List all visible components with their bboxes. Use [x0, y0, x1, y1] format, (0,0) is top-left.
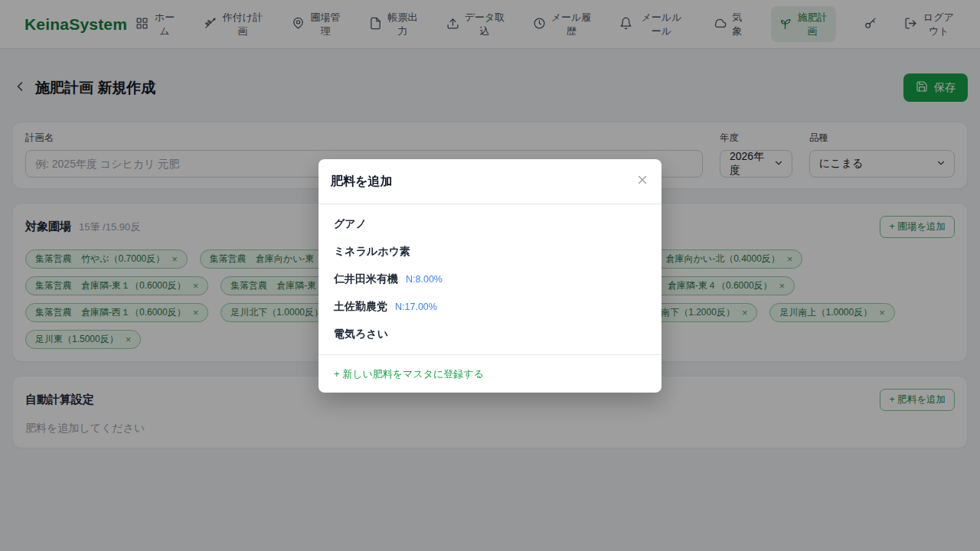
modal-title: 肥料を追加 [331, 174, 392, 190]
fertilizer-item[interactable]: グアノ [318, 210, 662, 238]
close-button[interactable] [635, 173, 649, 190]
fertilizer-name: 土佐勤農党 [334, 300, 387, 314]
register-new-fertilizer-link[interactable]: + 新しい肥料をマスタに登録する [334, 368, 484, 380]
fertilizer-list: グアノ ミネラルホウ素 仁井田米有機 N:8.00% 土佐勤農党 N:17.00… [318, 204, 662, 354]
fertilizer-name: 仁井田米有機 [334, 272, 398, 286]
fertilizer-name: グアノ [334, 217, 367, 231]
fertilizer-n-value: N:8.00% [406, 274, 443, 285]
close-icon [635, 173, 649, 190]
add-fertilizer-modal: 肥料を追加 グアノ ミネラルホウ素 仁井田米有機 N:8.00% 土佐勤農党 N… [318, 159, 662, 393]
fertilizer-name: 電気ろさい [334, 328, 388, 341]
fertilizer-item[interactable]: 電気ろさい [318, 321, 662, 348]
fertilizer-n-value: N:17.00% [395, 302, 437, 312]
fertilizer-item[interactable]: 土佐勤農党 N:17.00% [318, 293, 662, 321]
fertilizer-item[interactable]: ミネラルホウ素 [318, 238, 662, 266]
modal-footer: + 新しい肥料をマスタに登録する [318, 354, 662, 393]
fertilizer-item[interactable]: 仁井田米有機 N:8.00% [318, 266, 662, 293]
modal-header: 肥料を追加 [318, 159, 662, 204]
fertilizer-name: ミネラルホウ素 [334, 245, 410, 259]
